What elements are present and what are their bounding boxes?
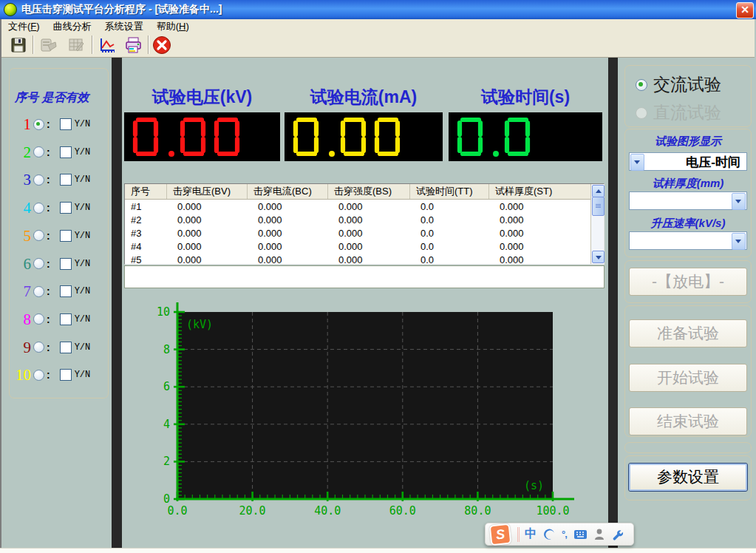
- table-cell: 0.000: [167, 254, 248, 265]
- keyboard-icon[interactable]: [573, 529, 588, 540]
- ac-test-option[interactable]: 交流试验: [636, 73, 721, 96]
- test-curve-chart: 0.020.040.060.080.0100.00246810(kV)(s): [122, 296, 608, 521]
- table-row[interactable]: #20.0000.0000.0000.00.000: [125, 213, 604, 226]
- voltage-led-display: [124, 112, 280, 161]
- sample-select-radio[interactable]: [33, 286, 44, 297]
- table-column-header[interactable]: 试验时间(TT): [410, 184, 489, 199]
- thickness-combobox[interactable]: [629, 191, 747, 210]
- sample-valid-checkbox[interactable]: [60, 202, 72, 214]
- window-title: 电压击穿测试平台分析程序 - [试验准备中...]: [21, 3, 222, 16]
- data-table-button[interactable]: [65, 35, 87, 55]
- table-cell: #4: [125, 241, 167, 252]
- colon: :: [47, 230, 50, 242]
- sample-select-radio[interactable]: [33, 203, 44, 214]
- chinese-mode-icon[interactable]: 中: [525, 526, 537, 542]
- dc-test-option[interactable]: 直流试验: [636, 101, 721, 124]
- table-column-header[interactable]: 序号: [125, 184, 167, 199]
- menu-item[interactable]: 系统设置: [98, 19, 150, 34]
- dc-test-radio[interactable]: [636, 107, 647, 119]
- table-row[interactable]: #40.0000.0000.0000.00.000: [125, 240, 604, 253]
- report-button[interactable]: [37, 35, 59, 55]
- sample-valid-checkbox[interactable]: [60, 369, 72, 381]
- sample-valid-checkbox[interactable]: [60, 313, 72, 325]
- menu-item[interactable]: 文件(F): [1, 19, 47, 34]
- moon-icon[interactable]: [543, 529, 555, 540]
- prepare-test-button[interactable]: 准备试验: [629, 319, 747, 347]
- chevron-down-icon[interactable]: [630, 154, 644, 171]
- toolbar: [1, 33, 755, 58]
- sample-row: 5:Y/N: [12, 226, 104, 245]
- table-column-header[interactable]: 击穿电流(BC): [248, 184, 328, 199]
- chevron-down-icon[interactable]: [732, 233, 746, 250]
- sample-row: 4:Y/N: [12, 198, 104, 217]
- sample-row: 9:Y/N: [12, 338, 104, 357]
- table-row[interactable]: #10.0000.0000.0000.00.000: [125, 200, 604, 213]
- current-display-label: 试验电流(mA): [285, 86, 443, 108]
- table-cell: 0.000: [328, 241, 410, 252]
- sample-select-radio[interactable]: [33, 119, 44, 130]
- table-column-header[interactable]: 试样厚度(ST): [489, 184, 591, 199]
- stop-test-button[interactable]: 结束试验: [629, 407, 747, 435]
- svg-text:0.0: 0.0: [167, 504, 187, 518]
- sample-select-radio[interactable]: [33, 258, 44, 269]
- svg-text:0: 0: [163, 492, 170, 506]
- colon: :: [47, 313, 50, 325]
- table-scrollbar[interactable]: [590, 184, 604, 264]
- print-button[interactable]: [123, 35, 145, 55]
- ime-toolbar[interactable]: S 中 °,: [485, 523, 634, 546]
- sample-valid-checkbox[interactable]: [60, 174, 72, 186]
- wrench-icon[interactable]: [611, 529, 623, 540]
- ac-test-radio[interactable]: [636, 79, 647, 91]
- sample-number: 4: [12, 200, 31, 216]
- sample-valid-checkbox[interactable]: [60, 342, 72, 353]
- table-row[interactable]: #30.0000.0000.0000.00.000: [125, 226, 604, 240]
- exit-button[interactable]: [151, 35, 173, 55]
- table-column-header[interactable]: 击穿电压(BV): [167, 184, 248, 199]
- close-button[interactable]: ✕: [736, 2, 754, 18]
- chevron-down-icon[interactable]: [732, 193, 746, 210]
- menu-item[interactable]: 帮助(H): [150, 19, 196, 34]
- ramp-rate-combobox[interactable]: [629, 231, 747, 250]
- sample-number: 9: [12, 339, 31, 356]
- data-table-icon: [67, 36, 85, 54]
- user-icon[interactable]: [594, 529, 605, 540]
- sogou-logo-icon[interactable]: S: [489, 523, 512, 546]
- start-test-button[interactable]: 开始试验: [629, 364, 747, 392]
- discharge-button[interactable]: -【放电】-: [629, 268, 747, 296]
- save-button[interactable]: [7, 35, 30, 55]
- toolbar-separator: [33, 35, 33, 54]
- graph-display-combobox[interactable]: 电压-时间: [629, 152, 747, 171]
- sample-valid-checkbox[interactable]: [60, 230, 72, 242]
- colon: :: [47, 174, 50, 186]
- table-cell: 0.0: [410, 214, 489, 225]
- table-row[interactable]: #50.0000.0000.0000.00.000: [125, 253, 604, 266]
- parameter-settings-button[interactable]: 参数设置: [628, 463, 748, 492]
- print-icon: [124, 36, 143, 54]
- sample-valid-checkbox[interactable]: [60, 146, 72, 158]
- sample-valid-checkbox[interactable]: [60, 118, 72, 130]
- sample-number: 1: [12, 116, 31, 132]
- sample-number: 5: [12, 228, 31, 244]
- sample-valid-checkbox[interactable]: [60, 258, 72, 270]
- sample-valid-checkbox[interactable]: [60, 285, 72, 297]
- svg-text:20.0: 20.0: [239, 504, 266, 518]
- sample-select-radio[interactable]: [33, 230, 44, 241]
- sample-number: 3: [12, 172, 31, 188]
- sample-select-radio[interactable]: [33, 342, 44, 353]
- sample-select-radio[interactable]: [33, 146, 44, 157]
- punctuation-icon[interactable]: °,: [562, 529, 567, 540]
- scroll-up-button[interactable]: [592, 185, 605, 197]
- scroll-down-button[interactable]: [592, 251, 605, 263]
- table-header-row: 序号击穿电压(BV)击穿电流(BC)击穿强度(BS)试验时间(TT)试样厚度(S…: [125, 184, 604, 200]
- scrollbar-thumb[interactable]: [592, 197, 605, 216]
- svg-text:(kV): (kV): [186, 318, 213, 331]
- sample-select-radio[interactable]: [33, 174, 44, 186]
- sample-row: 3:Y/N: [12, 170, 104, 189]
- yn-label: Y/N: [75, 147, 91, 157]
- table-cell: 0.000: [248, 201, 328, 212]
- menu-item[interactable]: 曲线分析: [47, 19, 98, 34]
- curve-analysis-button[interactable]: [96, 35, 118, 55]
- table-column-header[interactable]: 击穿强度(BS): [328, 184, 410, 199]
- sample-select-radio[interactable]: [33, 313, 44, 325]
- sample-select-radio[interactable]: [33, 370, 44, 381]
